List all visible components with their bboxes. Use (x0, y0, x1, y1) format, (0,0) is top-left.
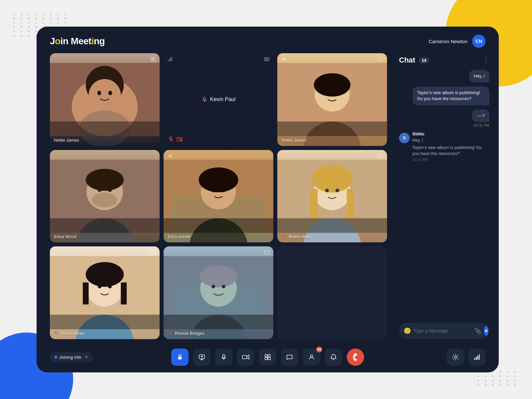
tile-eliza[interactable]: Eliza Hunter (164, 150, 273, 243)
svg-rect-91 (242, 355, 247, 359)
end-call-icon (352, 353, 359, 361)
tile4-label: Edna Wood (54, 234, 76, 239)
lock-icon (177, 354, 183, 360)
msg-4: S Siddu Hey..! Taylor's new album is pub… (399, 131, 489, 162)
toolbar-right (447, 348, 485, 366)
svg-rect-50 (169, 155, 170, 157)
mic-icon (220, 354, 227, 360)
chat-count: 14 (419, 57, 429, 64)
msg-4-sender: Siddu (412, 131, 489, 136)
grid-icon (264, 354, 271, 360)
participants-button[interactable]: 04 (303, 348, 320, 366)
msg-2-text: Taylor's new album is publishing! Do you… (417, 90, 480, 101)
mic-button[interactable] (215, 348, 232, 366)
emoji-icon[interactable]: 🙂 (404, 327, 411, 334)
chat-title-row: Chat 14 (399, 56, 429, 65)
tile-bruce2[interactable]: Bruce Hicks (50, 246, 160, 339)
msg-4-text1: Hey..! (412, 137, 489, 143)
tile-ronnie[interactable]: Ronnie Bridges (164, 246, 273, 339)
svg-rect-57 (310, 189, 318, 218)
svg-rect-83 (264, 251, 269, 254)
msg-3-bubble: ----? (472, 109, 489, 122)
svg-rect-73 (151, 251, 155, 254)
msg-4-content: Siddu Hey..! Taylor's new album is publi… (412, 131, 489, 162)
svg-point-3 (89, 79, 121, 111)
svg-rect-92 (265, 354, 267, 357)
tile6-label: Bruce Hicks (281, 234, 312, 239)
tile5-signal-icon (168, 153, 172, 159)
video-button[interactable] (237, 348, 254, 366)
svg-line-18 (169, 137, 173, 141)
svg-point-60 (335, 189, 339, 192)
kevin-bottom-icons (168, 136, 183, 143)
svg-rect-9 (152, 58, 154, 60)
tile-nettie2[interactable]: Nettie James (277, 53, 387, 146)
attach-icon[interactable]: 📎 (474, 328, 481, 334)
tile5-name: Eliza Hunter (168, 234, 191, 239)
siddu-initial: S (403, 135, 406, 140)
svg-rect-58 (347, 189, 354, 218)
user-name: Cameron Newton (429, 39, 467, 44)
chat-messages: Hey..! Taylor's new album is publishing!… (398, 70, 491, 319)
bruce2-face (50, 246, 160, 339)
settings-button[interactable] (447, 348, 464, 366)
svg-rect-30 (283, 59, 283, 61)
tile7-corner-icon (150, 250, 156, 256)
bell-button[interactable] (325, 348, 342, 366)
svg-rect-11 (169, 59, 170, 61)
svg-point-97 (455, 356, 457, 358)
header: Join Meeting Cameron Newton CN (37, 27, 499, 53)
chat-button[interactable] (281, 348, 298, 366)
bell-icon (330, 354, 337, 360)
joining-info-label: Joining Info (59, 355, 81, 360)
tile5-label: Eliza Hunter (168, 234, 191, 239)
video-icon (242, 354, 249, 360)
joining-info-dot (55, 356, 57, 358)
tile3-corner-icon (378, 57, 383, 63)
tile3-name: Nettie James (281, 138, 307, 143)
nettie2-face (277, 53, 387, 146)
svg-point-79 (200, 265, 237, 287)
screen-share-button[interactable] (193, 348, 210, 366)
svg-point-70 (98, 286, 101, 289)
nettie1-face (50, 53, 160, 146)
svg-rect-12 (170, 58, 171, 61)
tile-bruce1[interactable]: Bruce Hicks (277, 150, 387, 243)
kevin-screen-icon (264, 57, 269, 63)
ronnie-face (164, 246, 273, 339)
chat-input[interactable] (414, 328, 472, 333)
chat-more-button[interactable]: ⋮ (483, 56, 489, 64)
tile3-signal-icon (281, 57, 286, 62)
svg-rect-62 (378, 154, 383, 158)
joining-info-close[interactable]: ✕ (85, 355, 88, 359)
bottom-toolbar: Joining Info ✕ (37, 344, 499, 372)
svg-rect-40 (50, 218, 160, 233)
signal-icon (473, 354, 480, 360)
signal-button[interactable] (468, 348, 485, 366)
tile-kevin[interactable]: Kevin Paul (164, 53, 273, 146)
svg-rect-10 (168, 60, 169, 61)
edna-face (50, 150, 160, 243)
svg-point-56 (312, 165, 352, 193)
avatar[interactable]: CN (472, 35, 485, 48)
send-button[interactable] (484, 326, 488, 336)
svg-point-39 (86, 169, 124, 191)
svg-point-5 (97, 91, 101, 95)
svg-rect-72 (50, 315, 160, 330)
grid-button[interactable] (259, 348, 276, 366)
end-call-button[interactable] (347, 348, 364, 366)
joining-info-badge[interactable]: Joining Info ✕ (50, 352, 93, 362)
participants-icon (308, 354, 315, 360)
tile-edna[interactable]: Edna Wood (50, 150, 160, 243)
svg-point-59 (325, 189, 329, 192)
svg-point-36 (92, 193, 118, 207)
kevin-name-center: Kevin Paul (201, 96, 236, 102)
tile-nettie1[interactable]: Nettie James (50, 53, 160, 146)
video-grid: Nettie James Kevin (45, 53, 392, 344)
tile6-mic-icon (281, 234, 286, 239)
svg-rect-61 (277, 218, 387, 233)
svg-rect-29 (282, 60, 282, 61)
svg-rect-69 (121, 283, 127, 305)
lock-button[interactable] (171, 348, 189, 366)
kevin-signal-icon (168, 57, 173, 63)
